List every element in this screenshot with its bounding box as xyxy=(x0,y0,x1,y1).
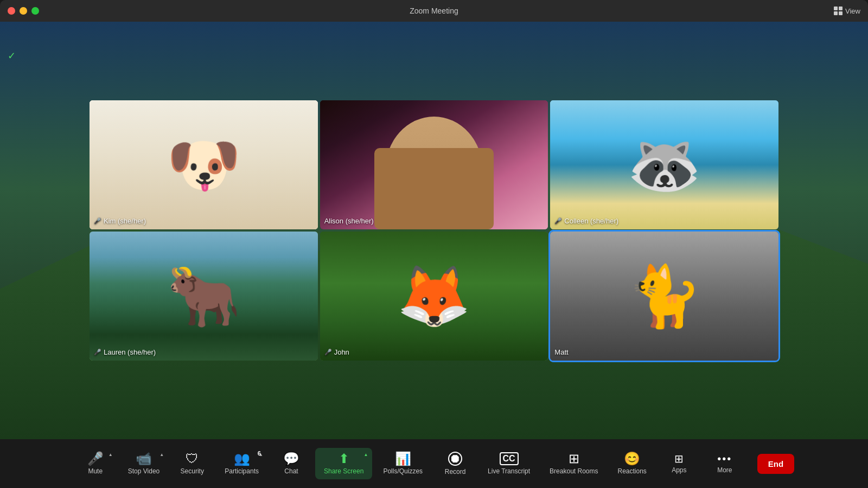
polls-icon: 📊 xyxy=(395,452,411,465)
stop-video-label: Stop Video xyxy=(128,467,160,475)
participants-icon: 👥 xyxy=(234,452,250,465)
polls-button[interactable]: 📊 Polls/Quizzes xyxy=(374,448,431,479)
reactions-button[interactable]: 😊 Reactions xyxy=(609,448,655,479)
avatar-matt: 🐈 xyxy=(627,266,701,326)
tile-background-colleen: 🦝 xyxy=(550,100,778,229)
end-button[interactable]: End xyxy=(757,454,794,474)
name-label-colleen: 🎤 Colleen (she/her) xyxy=(554,217,618,225)
video-grid: 🐶 🎤 Kim (she/her) Alison (she/her) xyxy=(90,100,778,361)
reactions-label: Reactions xyxy=(617,467,646,475)
main-content: ✓ 🐶 🎤 Kim (she/her) xyxy=(0,22,868,439)
participants-label: Participants xyxy=(225,467,259,475)
avatar-kim: 🐶 xyxy=(167,135,241,195)
title-bar: Zoom Meeting View xyxy=(0,0,868,22)
participant-count: 6 xyxy=(258,450,261,457)
chat-icon: 💬 xyxy=(283,452,299,465)
more-label: More xyxy=(717,466,732,474)
name-label-matt: Matt xyxy=(554,348,568,356)
view-button[interactable]: View xyxy=(834,7,860,15)
breakout-rooms-label: Breakout Rooms xyxy=(550,467,598,475)
window-controls xyxy=(8,7,39,15)
reactions-icon: 😊 xyxy=(624,452,640,465)
tile-background-john: 🦊 xyxy=(320,232,548,361)
breakout-icon: ⊞ xyxy=(569,452,579,465)
more-button[interactable]: ••• More xyxy=(703,449,746,478)
muted-icon-kim: 🎤 xyxy=(94,217,101,224)
participants-button[interactable]: ▲ 👥 6 Participants xyxy=(216,448,267,479)
video-caret[interactable]: ▲ xyxy=(159,452,164,457)
cc-icon: CC xyxy=(500,452,519,465)
video-tile-matt[interactable]: 🐈 Matt xyxy=(550,232,778,361)
apps-label: Apps xyxy=(672,466,686,474)
share-screen-button[interactable]: ▲ ⬆ Share Screen xyxy=(315,448,372,479)
tile-background-lauren: 🐂 xyxy=(90,232,318,361)
name-label-kim: 🎤 Kim (she/her) xyxy=(94,217,146,225)
tile-background-alison xyxy=(320,100,548,229)
window-title: Zoom Meeting xyxy=(410,7,458,15)
tile-background-kim: 🐶 xyxy=(90,100,318,229)
more-icon: ••• xyxy=(717,453,732,464)
muted-icon-colleen: 🎤 xyxy=(554,217,562,224)
toolbar: ▲ 🎤 Mute ▲ 📹 Stop Video 🛡 Security ▲ 👥 6… xyxy=(0,439,868,488)
share-screen-label: Share Screen xyxy=(324,467,363,475)
close-button[interactable] xyxy=(8,7,15,15)
apps-button[interactable]: ⊞ Apps xyxy=(658,449,701,478)
chat-label: Chat xyxy=(284,467,298,475)
avatar-john: 🦊 xyxy=(397,266,471,326)
security-icon: 🛡 xyxy=(186,452,199,465)
grid-icon xyxy=(834,7,843,15)
name-label-lauren: 🎤 Lauren (she/her) xyxy=(94,348,156,356)
maximize-button[interactable] xyxy=(31,7,39,15)
record-button[interactable]: ⏺ Record xyxy=(433,447,477,480)
record-label: Record xyxy=(445,468,466,476)
mute-caret[interactable]: ▲ xyxy=(108,452,113,457)
mute-button[interactable]: ▲ 🎤 Mute xyxy=(74,448,117,479)
apps-icon: ⊞ xyxy=(674,453,684,464)
mute-label: Mute xyxy=(88,467,103,475)
video-tile-alison[interactable]: Alison (she/her) xyxy=(320,100,548,229)
security-label: Security xyxy=(181,467,204,475)
security-button[interactable]: 🛡 Security xyxy=(170,448,214,479)
breakout-rooms-button[interactable]: ⊞ Breakout Rooms xyxy=(541,448,607,479)
tile-background-matt: 🐈 xyxy=(550,232,778,361)
name-label-alison: Alison (she/her) xyxy=(324,217,374,225)
video-tile-colleen[interactable]: 🦝 🎤 Colleen (she/her) xyxy=(550,100,778,229)
live-transcript-label: Live Transcript xyxy=(488,467,530,475)
muted-icon-john: 🎤 xyxy=(324,349,332,356)
avatar-lauren: 🐂 xyxy=(167,266,241,326)
live-transcript-button[interactable]: CC Live Transcript xyxy=(479,448,539,479)
stop-video-button[interactable]: ▲ 📹 Stop Video xyxy=(119,448,169,479)
toolbar-inner: ▲ 🎤 Mute ▲ 📹 Stop Video 🛡 Security ▲ 👥 6… xyxy=(74,447,794,480)
video-tile-john[interactable]: 🦊 🎤 John xyxy=(320,232,548,361)
security-indicator: ✓ xyxy=(8,50,16,62)
minimize-button[interactable] xyxy=(20,7,27,15)
video-tile-kim[interactable]: 🐶 🎤 Kim (she/her) xyxy=(90,100,318,229)
camera-icon: 📹 xyxy=(136,452,152,465)
share-caret[interactable]: ▲ xyxy=(363,452,368,457)
video-tile-lauren[interactable]: 🐂 🎤 Lauren (she/her) xyxy=(90,232,318,361)
polls-label: Polls/Quizzes xyxy=(383,467,423,475)
chat-button[interactable]: 💬 Chat xyxy=(270,448,313,479)
microphone-icon: 🎤 xyxy=(87,452,104,465)
name-label-john: 🎤 John xyxy=(324,348,349,356)
muted-icon-lauren: 🎤 xyxy=(94,349,101,356)
avatar-colleen: 🦝 xyxy=(627,135,701,195)
share-screen-icon: ⬆ xyxy=(339,452,349,465)
record-icon: ⏺ xyxy=(448,452,462,466)
